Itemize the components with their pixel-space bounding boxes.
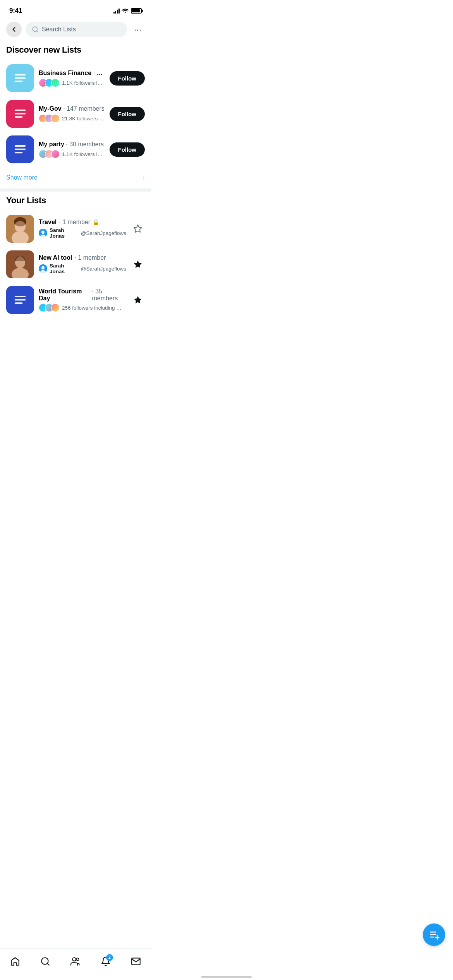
svg-rect-10 (15, 152, 23, 153)
list-member-new-ai-tool: · 1 member (75, 254, 106, 261)
svg-rect-9 (15, 149, 26, 150)
list-member-travel: · 1 member (59, 219, 90, 226)
search-icon (32, 26, 39, 33)
list-info-new-ai-tool: New AI tool · 1 member Sarah Jonas (39, 254, 126, 274)
owner-avatar (39, 229, 47, 237)
svg-rect-5 (15, 110, 26, 111)
list-icon-my-party (6, 135, 34, 163)
owner-handle-travel: @SarahJpageflows (81, 230, 126, 236)
follow-button-my-party[interactable]: Follow (110, 142, 145, 157)
discover-list: Business Finance · 34 memb... 1.1K follo… (0, 60, 151, 167)
pin-icon-outline (133, 224, 142, 233)
status-bar: 9:41 (0, 0, 151, 19)
svg-point-17 (41, 231, 45, 234)
list-icon-business-finance (6, 64, 34, 92)
svg-rect-28 (15, 302, 23, 304)
list-name: My party (39, 141, 64, 147)
follower-avatar (51, 150, 60, 158)
svg-point-22 (15, 257, 25, 268)
list-info-my-party: My party · 30 members 1.1K followers inc… (39, 140, 105, 159)
follower-avatars (39, 150, 60, 158)
pin-icon-filled-2 (133, 295, 142, 305)
pin-button-world-tourism-day[interactable] (131, 293, 145, 307)
battery-icon (131, 8, 142, 14)
your-lists-section: Your Lists (0, 192, 151, 318)
svg-rect-26 (15, 296, 26, 297)
svg-rect-6 (15, 113, 26, 115)
more-button[interactable]: ··· (131, 22, 145, 36)
follower-text: 1.1K followers including... (62, 80, 105, 86)
list-item[interactable]: My-Gov · 147 members 21.8K followers inc… (6, 96, 145, 132)
header: Search Lists ··· (0, 19, 151, 41)
owner-handle-new-ai-tool: @SarahJpageflows (81, 266, 126, 272)
your-lists: Travel · 1 member 🔒 Sarah Jonas (0, 211, 151, 318)
section-divider (0, 188, 151, 192)
list-info-world-tourism-day: World Tourism Day · 35 members 256 follo… (39, 288, 126, 312)
pin-icon-filled (133, 260, 142, 269)
list-item[interactable]: My party · 30 members 1.1K followers inc… (6, 132, 145, 167)
list-followers: 1.1K followers including... (39, 150, 105, 158)
svg-rect-8 (15, 145, 26, 147)
show-more-text: Show more (6, 174, 38, 181)
follower-text: 1.1K followers including... (62, 151, 105, 157)
show-more-row[interactable]: Show more › (0, 167, 151, 188)
follower-avatars-world-tourism (39, 303, 60, 312)
follower-avatar (51, 79, 60, 87)
list-name-world-tourism-day: World Tourism Day (39, 288, 89, 302)
list-info-travel: Travel · 1 member 🔒 Sarah Jonas (39, 219, 126, 239)
list-name-travel: Travel (39, 219, 57, 226)
list-photo-new-ai-tool (6, 250, 34, 278)
svg-rect-2 (15, 74, 26, 75)
follow-button-my-gov[interactable]: Follow (110, 107, 145, 121)
list-item[interactable]: Travel · 1 member 🔒 Sarah Jonas (6, 211, 145, 247)
wifi-icon (122, 8, 129, 14)
list-name: Business Finance (39, 70, 91, 76)
list-info-my-gov: My-Gov · 147 members 21.8K followers inc… (39, 105, 105, 123)
back-button[interactable] (6, 22, 22, 37)
status-icons (113, 8, 142, 14)
owner-name-new-ai-tool: Sarah Jonas (50, 263, 79, 274)
list-member-count: · 34 memb... (93, 70, 105, 76)
list-photo-travel (6, 215, 34, 243)
list-followers: 21.8K followers includi... (39, 114, 105, 123)
svg-point-15 (15, 221, 26, 232)
search-bar[interactable]: Search Lists (26, 22, 127, 37)
follower-text: 21.8K followers includi... (62, 116, 105, 122)
list-name: My-Gov (39, 105, 62, 112)
owner-name-travel: Sarah Jonas (50, 227, 79, 239)
signal-icon (113, 8, 120, 14)
pin-button-new-ai-tool[interactable] (131, 257, 145, 271)
svg-line-1 (36, 31, 38, 32)
list-member-count: · 147 members (63, 105, 105, 112)
list-name-new-ai-tool: New AI tool (39, 254, 72, 261)
status-time: 9:41 (9, 7, 22, 15)
list-item[interactable]: Business Finance · 34 memb... 1.1K follo… (6, 60, 145, 96)
follower-avatars (39, 114, 60, 123)
owner-avatar-new-ai-tool (39, 264, 47, 273)
list-followers: 1.1K followers including... (39, 79, 105, 87)
follower-avatar (51, 114, 60, 123)
svg-rect-3 (15, 77, 26, 79)
pin-button-travel[interactable] (131, 222, 145, 236)
list-member-world-tourism-day: · 35 members (92, 288, 126, 302)
list-member-count: · 30 members (66, 141, 104, 147)
list-item[interactable]: New AI tool · 1 member Sarah Jonas (6, 247, 145, 282)
list-icon-my-gov (6, 100, 34, 128)
svg-rect-27 (15, 299, 26, 301)
chevron-right-icon: › (142, 173, 145, 182)
list-info-business-finance: Business Finance · 34 memb... 1.1K follo… (39, 69, 105, 87)
discover-title: Discover new Lists (0, 41, 151, 60)
svg-rect-4 (15, 81, 23, 82)
follower-text-world-tourism-day: 256 followers including @pra_tibha (62, 305, 126, 311)
list-item[interactable]: World Tourism Day · 35 members 256 follo… (6, 282, 145, 318)
svg-rect-7 (15, 116, 23, 118)
more-icon: ··· (134, 25, 142, 34)
follow-button-business-finance[interactable]: Follow (110, 71, 145, 86)
follower-avatar (51, 303, 60, 312)
list-icon-world-tourism-day (6, 286, 34, 314)
lock-icon: 🔒 (93, 219, 99, 225)
search-placeholder: Search Lists (42, 26, 76, 33)
list-owner-new-ai-tool: Sarah Jonas @SarahJpageflows (39, 263, 126, 274)
list-followers-world-tourism-day: 256 followers including @pra_tibha (39, 303, 126, 312)
svg-point-24 (41, 266, 45, 270)
